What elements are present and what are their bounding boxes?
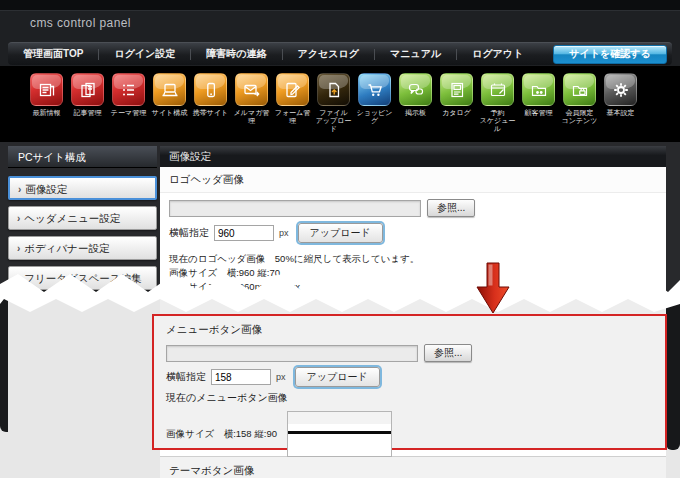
module-shopping[interactable]: ショッピング	[354, 73, 395, 142]
file-upload-icon	[317, 73, 350, 106]
sidebar-item-label: 画像設定	[25, 183, 67, 195]
module-label: 予約 スケジュール	[477, 109, 518, 133]
logo-header-section-heading: ロゴヘッダ画像	[160, 167, 666, 193]
menu-file-row: 参照...	[166, 344, 653, 362]
chevron-right-icon: ›	[17, 243, 20, 254]
chevron-right-icon: ›	[18, 184, 21, 195]
module-icon-menu: 最新情報 記事管理 テーマ管理 サイト構成 携帯サイト メルマガ管理 フォーム管…	[0, 66, 680, 142]
nav-item-emergency-contact[interactable]: 障害時の連絡	[191, 43, 281, 65]
module-file-upload[interactable]: ファイル アップロード	[313, 73, 354, 142]
members-lock-folder-icon	[563, 73, 596, 106]
preview-top-strip	[288, 412, 391, 424]
module-label: 記事管理	[67, 109, 108, 117]
bulletin-board-icon	[399, 73, 432, 106]
view-site-button[interactable]: サイトを確認する	[553, 45, 667, 64]
left-frame-edge	[0, 296, 8, 432]
logo-width-input[interactable]	[214, 225, 274, 241]
logo-upload-button[interactable]: アップロード	[298, 223, 383, 243]
preview-black-bar	[288, 431, 391, 434]
module-label: サイト構成	[149, 109, 190, 117]
right-frame-edge	[666, 296, 680, 450]
menu-button-section: メニューボタン画像 参照... 横幅指定 px アップロード 現在のメニューボタ…	[154, 316, 665, 462]
module-label: 掲示板	[395, 109, 436, 117]
shopping-cart-icon	[358, 73, 391, 106]
menu-width-label: 横幅指定	[166, 370, 206, 384]
window-top-strip	[0, 0, 680, 11]
module-label: 基本設定	[600, 109, 641, 117]
site-build-icon	[153, 73, 186, 106]
menu-preview-row: 画像サイズ 横:158 縦:90	[166, 411, 653, 457]
menu-width-input[interactable]	[211, 369, 271, 385]
nav-item-logout[interactable]: ログアウト	[457, 43, 538, 65]
articles-icon	[71, 73, 104, 106]
module-basic-settings[interactable]: 基本設定	[600, 73, 641, 142]
sidebar-item-body-banner-settings[interactable]: ›ボディバナー設定	[8, 236, 157, 260]
app-title: cms control panel	[30, 16, 131, 30]
mobile-site-icon	[194, 73, 227, 106]
module-members-only[interactable]: 会員限定 コンテンツ	[559, 73, 600, 142]
customers-folder-icon	[522, 73, 555, 106]
module-news[interactable]: 最新情報	[26, 73, 67, 142]
logo-size-line: 画像サイズ 横:960 縦:70	[169, 266, 657, 280]
menu-browse-button[interactable]: 参照...	[424, 344, 472, 362]
logo-file-row: 参照...	[160, 193, 666, 219]
sidebar-item-header-menu-settings[interactable]: ›ヘッダメニュー設定	[8, 206, 157, 230]
red-down-arrow-icon	[474, 261, 512, 315]
menu-current-label: 現在のメニューボタン画像	[166, 391, 653, 405]
menu-button-preview-image	[287, 411, 392, 457]
module-label: ショッピング	[354, 109, 395, 125]
module-label: 携帯サイト	[190, 109, 231, 117]
nav-item-access-log[interactable]: アクセスログ	[283, 43, 374, 65]
top-navbar: 管理画面TOP ログイン設定 障害時の連絡 アクセスログ マニュアル ログアウト…	[8, 42, 672, 65]
module-form-manage[interactable]: フォーム管理	[272, 73, 313, 142]
form-edit-icon	[276, 73, 309, 106]
logo-width-label: 横幅指定	[169, 226, 209, 240]
settings-gear-icon	[604, 73, 637, 106]
logo-width-row: 横幅指定 px アップロード	[160, 219, 666, 243]
below-tear-background	[8, 296, 160, 478]
module-label: テーマ管理	[108, 109, 149, 117]
sidebar-header: PCサイト構成	[8, 146, 157, 168]
logo-browse-button[interactable]: 参照...	[427, 199, 475, 217]
catalog-icon	[440, 73, 473, 106]
schedule-icon	[481, 73, 514, 106]
module-site-build[interactable]: サイト構成	[149, 73, 190, 142]
module-bulletin-board[interactable]: 掲示板	[395, 73, 436, 142]
mail-magazine-icon	[235, 73, 268, 106]
menu-width-row: 横幅指定 px アップロード	[166, 367, 653, 387]
module-label: ファイル アップロード	[313, 109, 354, 133]
module-schedule[interactable]: 予約 スケジュール	[477, 73, 518, 142]
nav-item-admin-top[interactable]: 管理画面TOP	[8, 43, 98, 65]
page-title: 画像設定	[160, 146, 666, 167]
menu-button-section-highlight: メニューボタン画像 参照... 横幅指定 px アップロード 現在のメニューボタ…	[152, 314, 667, 450]
menu-size-line: 画像サイズ 横:158 縦:90	[166, 428, 277, 441]
module-label: カタログ	[436, 109, 477, 117]
sidebar-item-label: ヘッダメニュー設定	[24, 212, 120, 224]
module-label: 顧客管理	[518, 109, 559, 117]
news-icon	[30, 73, 63, 106]
logo-width-unit: px	[279, 228, 289, 238]
module-articles[interactable]: 記事管理	[67, 73, 108, 142]
module-label: フォーム管理	[272, 109, 313, 125]
cms-admin-screen: cms control panel 管理画面TOP ログイン設定 障害時の連絡 …	[0, 0, 680, 478]
module-customer-manage[interactable]: 顧客管理	[518, 73, 559, 142]
module-mail-magazine[interactable]: メルマガ管理	[231, 73, 272, 142]
module-label: 会員限定 コンテンツ	[559, 109, 600, 125]
module-label: 最新情報	[26, 109, 67, 117]
menu-file-input[interactable]	[166, 345, 418, 362]
sidebar-item-label: ボディバナー設定	[24, 242, 109, 254]
logo-current-line: 現在のロゴヘッダ画像 50%に縮尺して表示しています。	[169, 252, 657, 266]
menu-width-unit: px	[276, 372, 286, 382]
module-catalog[interactable]: カタログ	[436, 73, 477, 142]
module-mobile-site[interactable]: 携帯サイト	[190, 73, 231, 142]
menu-section-heading: メニューボタン画像	[166, 323, 653, 337]
logo-file-input[interactable]	[169, 200, 421, 217]
nav-item-login-settings[interactable]: ログイン設定	[99, 43, 190, 65]
theme-list-icon	[112, 73, 145, 106]
module-label: メルマガ管理	[231, 109, 272, 125]
chevron-right-icon: ›	[17, 213, 20, 224]
module-theme-manage[interactable]: テーマ管理	[108, 73, 149, 142]
sidebar-item-image-settings[interactable]: ›画像設定	[8, 176, 157, 200]
nav-item-manual[interactable]: マニュアル	[375, 43, 456, 65]
menu-upload-button[interactable]: アップロード	[295, 367, 380, 387]
